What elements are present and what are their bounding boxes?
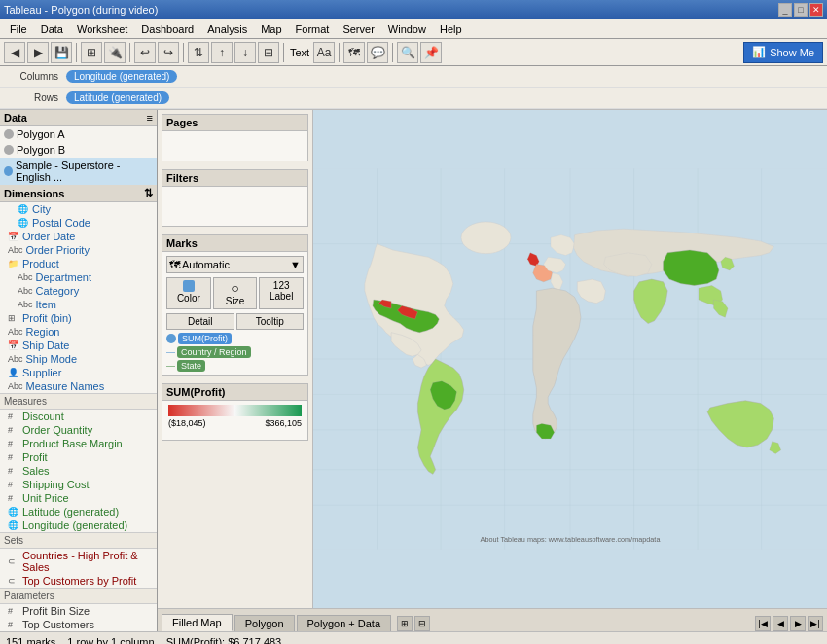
dimensions-header: Dimensions ⇅: [0, 185, 157, 202]
dim-region[interactable]: Abc Region: [0, 325, 157, 339]
marks-type-icon: 🗺: [169, 259, 180, 270]
dim-order-priority[interactable]: Abc Order Priority: [0, 243, 157, 257]
geo-icon: 🌐: [18, 204, 29, 214]
menu-analysis[interactable]: Analysis: [201, 21, 253, 37]
swap-button[interactable]: ⇅: [188, 42, 209, 63]
last-tab-btn[interactable]: ▶|: [808, 616, 823, 631]
sort-desc-button[interactable]: ↓: [234, 42, 256, 63]
close-button[interactable]: ✕: [809, 3, 823, 17]
new-datasource-button[interactable]: ⊞: [81, 42, 102, 63]
measure-base-margin[interactable]: # Product Base Margin: [0, 437, 157, 450]
measure-unit-price[interactable]: # Unit Price: [0, 491, 157, 505]
legend-card: SUM(Profit) ($18,045) $366,105: [162, 383, 308, 441]
dim-category[interactable]: Abc Category: [0, 284, 157, 298]
menu-map[interactable]: Map: [255, 21, 287, 37]
maximize-button[interactable]: □: [794, 3, 808, 17]
prev-tab-btn[interactable]: ◀: [773, 616, 788, 631]
rows-pill[interactable]: Latitude (generated): [66, 91, 169, 104]
next-tab-btn[interactable]: ▶: [790, 616, 806, 631]
measure-shipping[interactable]: # Shipping Cost: [0, 478, 157, 491]
param-top-customers[interactable]: # Top Customers: [0, 618, 157, 631]
highlight-button[interactable]: 🔍: [397, 42, 418, 63]
measure-latitude[interactable]: 🌐 Latitude (generated): [0, 505, 157, 519]
measure-sales[interactable]: # Sales: [0, 464, 157, 478]
connect-button[interactable]: 🔌: [104, 42, 126, 63]
map-toggle-button[interactable]: 🗺: [343, 42, 365, 63]
datasource-superstore[interactable]: Sample - Superstore - English ...: [0, 158, 157, 185]
menu-window[interactable]: Window: [382, 21, 432, 37]
hash-icon7: #: [8, 493, 19, 503]
shelves-area: Columns Longitude (generated) Rows Latit…: [0, 66, 827, 110]
datasource-polygon-a[interactable]: Polygon A: [0, 126, 157, 142]
minimize-button[interactable]: _: [778, 3, 792, 17]
dim-order-date[interactable]: 📅 Order Date: [0, 230, 157, 243]
dim-postal[interactable]: 🌐 Postal Code: [0, 216, 157, 230]
menu-help[interactable]: Help: [434, 21, 468, 37]
forward-button[interactable]: ▶: [27, 42, 49, 63]
show-me-button[interactable]: 📊 Show Me: [743, 42, 823, 63]
measure-discount[interactable]: # Discount: [0, 410, 157, 423]
marks-color-btn[interactable]: Color: [166, 277, 211, 309]
fit-button[interactable]: ⊟: [258, 42, 279, 63]
sum-profit-pill[interactable]: SUM(Profit): [178, 333, 232, 344]
dim-product[interactable]: 📁 Product: [0, 257, 157, 270]
abc-icon3: Abc: [18, 286, 33, 296]
country-pill[interactable]: Country / Region: [177, 346, 251, 358]
measure-longitude[interactable]: 🌐 Longitude (generated): [0, 519, 157, 532]
menu-server[interactable]: Server: [337, 21, 379, 37]
set-countries[interactable]: ⊂ Countries - High Profit & Sales: [0, 549, 157, 574]
dim-ship-date[interactable]: 📅 Ship Date: [0, 339, 157, 352]
dim-sort-icon[interactable]: ⇅: [144, 187, 153, 199]
status-rows: 1 row by 1 column: [67, 636, 154, 645]
data-header-icon[interactable]: ≡: [147, 112, 153, 124]
back-button[interactable]: ◀: [4, 42, 25, 63]
menu-worksheet[interactable]: Worksheet: [71, 21, 133, 37]
tab-polygon-data[interactable]: Polygon + Data: [297, 615, 392, 631]
marks-type-select[interactable]: 🗺 Automatic ▼: [166, 256, 304, 273]
marks-size-btn[interactable]: ○ Size: [213, 277, 258, 309]
menu-format[interactable]: Format: [290, 21, 336, 37]
marks-tooltip-btn[interactable]: Tooltip: [236, 313, 305, 330]
tab-polygon[interactable]: Polygon: [234, 615, 295, 631]
title-text: Tableau - Polygon (during video): [4, 4, 158, 16]
toolbar: ◀ ▶ 💾 ⊞ 🔌 ↩ ↪ ⇅ ↑ ↓ ⊟ Text Aa 🗺 💬 🔍 📌 📊 …: [0, 39, 827, 66]
menu-bar: File Data Worksheet Dashboard Analysis M…: [0, 19, 827, 39]
param-bin-size[interactable]: # Profit Bin Size: [0, 604, 157, 618]
marks-label-btn[interactable]: 123 Label: [259, 277, 304, 309]
columns-shelf: Columns Longitude (generated): [0, 66, 827, 88]
tab-action-1[interactable]: ⊞: [397, 616, 413, 631]
color-dot: [166, 334, 176, 343]
sort-asc-button[interactable]: ↑: [211, 42, 233, 63]
dim-measure-names[interactable]: Abc Measure Names: [0, 379, 157, 393]
dim-department[interactable]: Abc Department: [0, 270, 157, 284]
datasource-polygon-b[interactable]: Polygon B: [0, 142, 157, 158]
measure-profit[interactable]: # Profit: [0, 450, 157, 464]
marks-detail-btn[interactable]: Detail: [166, 313, 234, 330]
dim-supplier[interactable]: 👤 Supplier: [0, 366, 157, 379]
measure-order-qty[interactable]: # Order Quantity: [0, 423, 157, 437]
dim-item[interactable]: Abc Item: [0, 298, 157, 311]
tab-action-2[interactable]: ⊟: [414, 616, 430, 631]
bin-icon: ⊞: [8, 313, 19, 323]
menu-data[interactable]: Data: [35, 21, 69, 37]
menu-dashboard[interactable]: Dashboard: [135, 21, 199, 37]
state-pill[interactable]: State: [177, 360, 205, 372]
redo-button[interactable]: ↪: [158, 42, 179, 63]
polygon-b-icon: [4, 145, 14, 155]
legend-min: ($18,045): [168, 418, 206, 428]
left-scroll[interactable]: 🌐 City 🌐 Postal Code 📅 Order Date Abc Or…: [0, 202, 157, 631]
menu-file[interactable]: File: [4, 21, 33, 37]
tab-filled-map[interactable]: Filled Map: [162, 614, 233, 631]
dim-ship-mode[interactable]: Abc Ship Mode: [0, 352, 157, 366]
pin-button[interactable]: 📌: [420, 42, 442, 63]
set-customers[interactable]: ⊂ Top Customers by Profit: [0, 574, 157, 588]
columns-pill[interactable]: Longitude (generated): [66, 70, 177, 83]
first-tab-btn[interactable]: |◀: [755, 616, 771, 631]
text-button[interactable]: Aa: [313, 42, 335, 63]
save-button[interactable]: 💾: [51, 42, 72, 63]
undo-button[interactable]: ↩: [134, 42, 156, 63]
legend-header: SUM(Profit): [162, 384, 307, 401]
dim-city[interactable]: 🌐 City: [0, 202, 157, 216]
tooltip-button[interactable]: 💬: [367, 42, 388, 63]
dim-profit-bin[interactable]: ⊞ Profit (bin): [0, 311, 157, 325]
